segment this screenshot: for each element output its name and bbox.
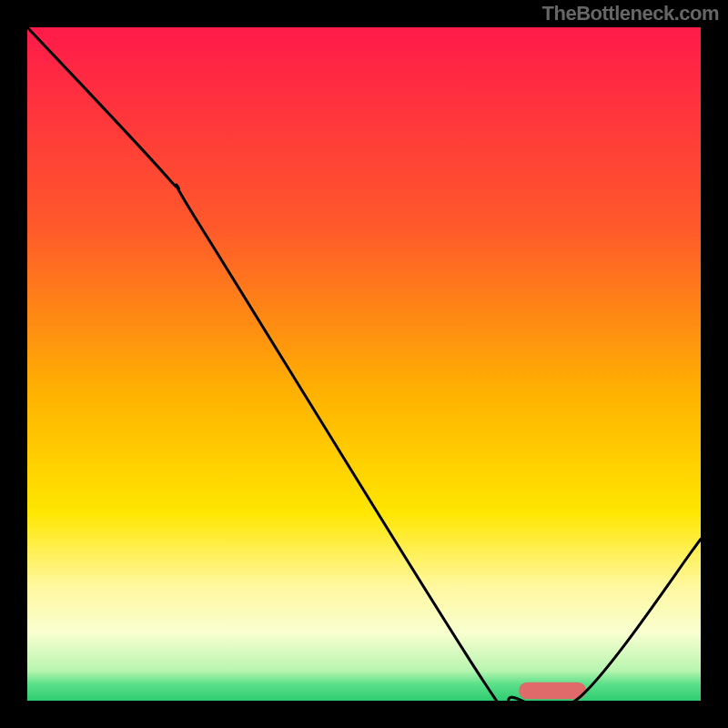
- chart-frame: TheBottleneck.com: [0, 0, 728, 728]
- plot-area: [27, 27, 701, 701]
- watermark-text: TheBottleneck.com: [542, 2, 719, 25]
- chart-svg: [27, 27, 701, 701]
- highlight-marker: [519, 682, 586, 700]
- svg-rect-0: [27, 27, 701, 701]
